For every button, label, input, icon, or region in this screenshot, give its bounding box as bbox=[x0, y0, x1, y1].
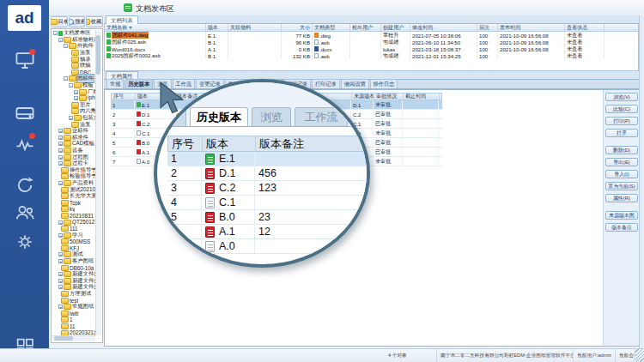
action-button[interactable]: 比较(C) bbox=[605, 105, 638, 113]
file-cell: 2021-10-09 16:56:08 bbox=[498, 39, 565, 45]
tree-item[interactable]: +客户图纸 bbox=[52, 258, 95, 265]
column-header[interactable]: 文档类型 bbox=[313, 24, 350, 31]
version-doc-icon bbox=[205, 197, 215, 208]
expand-icon[interactable]: + bbox=[58, 148, 63, 153]
sidebar-button-catalog[interactable]: 目录 bbox=[51, 16, 68, 27]
expand-icon[interactable]: + bbox=[58, 220, 63, 225]
version-doc-icon bbox=[137, 159, 141, 164]
tab-browse-magnified[interactable]: 浏览 bbox=[252, 107, 291, 126]
resize-grip[interactable] bbox=[635, 349, 644, 362]
tree-item[interactable]: +QT25012.01基础 bbox=[52, 219, 95, 226]
gear-icon[interactable] bbox=[15, 232, 35, 252]
column-header[interactable]: 层次 bbox=[477, 24, 498, 31]
tree-item[interactable]: 长光华大测试图纸 bbox=[52, 193, 95, 200]
action-button[interactable]: 导入(I) bbox=[605, 170, 638, 178]
app-logo[interactable]: ad bbox=[8, 5, 41, 31]
tree-item[interactable]: 20220321发清会图纸 bbox=[52, 329, 95, 335]
action-button[interactable]: 删除(D) bbox=[605, 146, 638, 154]
column-header[interactable]: 关联物料 bbox=[228, 24, 282, 31]
monitor-icon[interactable] bbox=[15, 50, 35, 70]
action-button[interactable]: 打印(P) bbox=[605, 117, 638, 125]
drive-icon[interactable] bbox=[15, 103, 35, 124]
version-label: E.1 bbox=[219, 153, 235, 165]
folder-icon bbox=[64, 232, 71, 238]
action-button[interactable]: 浏览(V) bbox=[605, 93, 638, 101]
column-header[interactable]: 修改时间 bbox=[410, 24, 477, 31]
expand-icon[interactable]: + bbox=[58, 161, 63, 166]
file-row[interactable]: 国标件041.dwgE.177 KB.dwg覃桂升2021-07-05 10:3… bbox=[105, 32, 638, 39]
tab-history-version[interactable]: 历史版本 bbox=[125, 79, 153, 88]
folder-icon bbox=[71, 63, 79, 69]
column-header[interactable]: 来源版本 bbox=[352, 94, 374, 100]
file-row[interactable]: 2025国标件0002.asbB.1132 KB.asb韦成雄2021-12-0… bbox=[105, 52, 638, 59]
action-button[interactable]: 版本备注 bbox=[605, 223, 638, 232]
collapse-icon[interactable]: - bbox=[69, 83, 73, 87]
column-header[interactable]: 大小 bbox=[282, 24, 313, 31]
activity-icon[interactable] bbox=[15, 134, 35, 154]
expand-icon[interactable]: + bbox=[58, 285, 63, 289]
expand-icon[interactable]: + bbox=[58, 272, 63, 276]
collapse-icon[interactable]: - bbox=[58, 38, 63, 42]
sync-icon[interactable] bbox=[15, 175, 35, 196]
users-icon[interactable] bbox=[15, 202, 35, 223]
expand-icon[interactable]: + bbox=[58, 259, 63, 263]
file-cell: 未查看 bbox=[565, 32, 605, 39]
action-button[interactable]: 打开 bbox=[605, 129, 638, 137]
file-row[interactable]: 国标件025.asbB.196 KB.asb韦成雄2021-06-10 11:3… bbox=[105, 39, 638, 45]
folder-icon bbox=[61, 265, 69, 271]
tree-item[interactable]: 方理测试 bbox=[52, 291, 95, 298]
column-header[interactable]: 序号 bbox=[112, 94, 136, 100]
expand-icon[interactable]: + bbox=[58, 181, 63, 185]
collapse-icon[interactable]: - bbox=[64, 76, 68, 81]
expand-icon[interactable]: + bbox=[58, 142, 63, 146]
tree-item[interactable]: 500MSS bbox=[52, 238, 95, 245]
sidebar-button-favorites[interactable]: 收藏夹 bbox=[86, 16, 103, 27]
expand-icon[interactable]: + bbox=[58, 252, 63, 256]
expand-icon[interactable]: + bbox=[74, 90, 78, 94]
expand-icon[interactable]: + bbox=[69, 116, 73, 120]
tab-workflow-magnified[interactable]: 工作流 bbox=[295, 107, 348, 126]
history-cell: C.2 bbox=[351, 110, 374, 118]
tree-vertical-scrollbar[interactable] bbox=[95, 30, 101, 335]
expand-icon[interactable]: + bbox=[58, 233, 63, 238]
tab-property[interactable]: 常规 bbox=[106, 79, 124, 88]
column-header[interactable]: 查看状态 bbox=[565, 24, 605, 31]
tree-item[interactable]: +常规图纸 bbox=[52, 304, 95, 311]
tab-property[interactable]: 打印记录 bbox=[312, 79, 340, 88]
expand-icon[interactable]: + bbox=[58, 155, 63, 160]
column-header[interactable]: 发布时间 bbox=[498, 24, 565, 31]
file-row[interactable]: Word016.docxA.10 KB.docxlukas2021-03-18 … bbox=[105, 45, 638, 52]
action-button[interactable]: 置为当前(S) bbox=[605, 182, 638, 190]
tab-history-version-magnified[interactable]: 历史版本 bbox=[190, 107, 248, 126]
magnified-history-row: 5B.023 bbox=[167, 210, 370, 225]
column-header[interactable]: 文档名称 bbox=[105, 24, 206, 31]
tree-item[interactable]: lwiti bbox=[52, 311, 95, 317]
column-header[interactable]: 截止时间 bbox=[404, 94, 440, 100]
sidebar-button-search[interactable]: 搜索 bbox=[69, 16, 86, 27]
folder-icon bbox=[64, 148, 71, 154]
tab-property[interactable]: 借阅设置 bbox=[341, 79, 369, 88]
tree-item[interactable]: +学习 bbox=[52, 232, 95, 238]
expand-icon[interactable]: + bbox=[58, 279, 63, 283]
expand-icon[interactable]: + bbox=[58, 136, 63, 140]
collapse-icon[interactable]: - bbox=[64, 44, 68, 48]
expand-icon[interactable]: + bbox=[58, 305, 63, 309]
expand-icon[interactable]: + bbox=[58, 129, 63, 133]
scrollbar-thumb[interactable] bbox=[96, 35, 100, 75]
column-header[interactable]: 版本 bbox=[206, 24, 228, 31]
action-button[interactable]: 导出(E) bbox=[605, 158, 638, 166]
tree-horizontal-scrollbar[interactable] bbox=[52, 335, 95, 341]
tree-item[interactable]: 联轴 bbox=[52, 63, 95, 69]
collapse-icon[interactable]: - bbox=[53, 31, 58, 35]
column-header[interactable]: 检出用户 bbox=[350, 24, 381, 31]
column-header[interactable]: 审批情况 bbox=[374, 94, 404, 100]
action-button[interactable]: 来源版本图 bbox=[605, 211, 638, 220]
tree-item[interactable]: ky bbox=[52, 206, 95, 213]
tree-item[interactable]: Tcpk bbox=[52, 199, 95, 206]
tab-property[interactable]: 操作日志 bbox=[370, 79, 398, 88]
tree-item[interactable]: 1 bbox=[52, 317, 95, 323]
action-button[interactable]: 属性(R) bbox=[605, 194, 638, 202]
column-header[interactable]: 创建用户 bbox=[381, 24, 410, 31]
expand-icon[interactable]: + bbox=[74, 96, 78, 100]
scrollbar-thumb[interactable] bbox=[54, 336, 73, 341]
